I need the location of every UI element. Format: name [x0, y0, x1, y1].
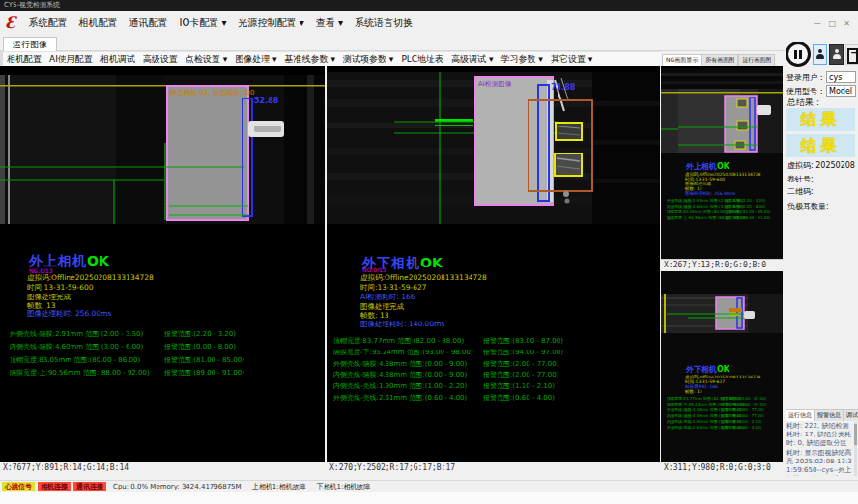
barcode-label: 虚拟码: 20250208 [787, 160, 855, 171]
toolbar-learning-params[interactable]: 学习参数 ▾ [498, 53, 547, 66]
toolbar-other-settings[interactable]: 其它设置 ▾ [547, 53, 596, 66]
tab-alarm-info[interactable]: 报警信息 [815, 409, 844, 421]
maximize-button[interactable]: □ [829, 19, 837, 28]
barcode-line: 虚拟码:Offline20250208133134728 [27, 273, 154, 283]
camera-name: 外下相机 [686, 364, 717, 374]
small-tab-ng-display[interactable]: NG画面显示 [662, 54, 701, 66]
pixel-coord-bar-middle: X:270;Y:2502;R:17;G:17;B:17 [327, 462, 660, 474]
measure-text: 隔膜宽度-下:95.24mm 范围:(93.00 - 98.00) [333, 349, 473, 356]
pause-button[interactable] [786, 42, 811, 67]
tab-run-image[interactable]: 运行图像 [3, 37, 57, 51]
menu-view[interactable]: 查看 ▾ [310, 16, 349, 30]
camera-status-ok: OK [717, 365, 729, 374]
tab-row: 运行图像 [0, 36, 858, 51]
camera-view-outer-upper[interactable]: 静态阈值:93, 动态阈值:100 52.88 外上相机OK NG:0/13 虚… [0, 66, 325, 462]
camera-image-outer-upper[interactable]: 静态阈值:93, 动态阈值:100 52.88 [0, 75, 325, 224]
alarm-range-text: 报警范围:(83.00 - 87.00) [483, 336, 563, 346]
measurement-row: 隔膜宽度-上:90.56mm 范围:(88.00 - 92.00)报警范围:(8… [667, 215, 783, 220]
user-icon [832, 49, 842, 59]
measurement-row: 内侧壳线-隔膜:4.60mm 范围:(3.00 - 6.00)报警范围:(0.0… [10, 342, 325, 351]
alarm-range-text: 报警范围:(2.00 - 77.00) [721, 407, 764, 412]
elapsed-line: 图像处理耗时: 140.00ms [360, 320, 444, 329]
tab-debug-info[interactable]: 调试信息 [844, 409, 858, 421]
menu-system-config[interactable]: 系统配置 [23, 16, 73, 30]
camera-status-ok: OK [87, 253, 109, 268]
lower-camera-fault-link[interactable]: 下相机1:相机故障 [316, 482, 370, 491]
ng-counter-text: NG:0/13 [362, 266, 386, 273]
toolbar-test-item-params[interactable]: 测试项参数 ▾ [339, 53, 397, 66]
camera-connection-badge: 相机连接 [38, 482, 71, 491]
toolbar-baseline-params[interactable]: 基准线参数 ▾ [281, 53, 339, 66]
pixel-coord-bar-small-top: X:267;Y:13;R:0;G:0;B:0 [661, 259, 783, 271]
toolbar-advanced-settings[interactable]: 高级设置 [139, 53, 182, 66]
measure-text: 内侧壳线-隔膜:4.60mm 范围:(3.00 - 6.00) [10, 343, 143, 350]
alarm-range-text: 报警范围:(1.10 - 2.10) [483, 381, 555, 391]
info-tabs: 运行信息 报警信息 调试信息 [786, 409, 858, 421]
elapsed-line: 图像处理耗时: 256.00ms [27, 309, 111, 319]
camera-result-title: 外下相机OK [686, 364, 729, 375]
pause-icon [799, 50, 802, 59]
threshold-overlay-text: 静态阈值:93, 动态阈值:100 [170, 88, 254, 98]
toolbar-advanced-debug[interactable]: 高级调试 ▾ [447, 53, 497, 66]
small-tab-all-views[interactable]: 所有画面图 [701, 54, 738, 66]
admin-user-button[interactable] [829, 44, 844, 65]
pixel-coord-bar-left: X:7677;Y:891;R:14;G:14;B:14 [0, 462, 325, 474]
menu-io-config[interactable]: IO卡配置 ▾ [174, 16, 233, 30]
measurement-row: 外侧壳线-壳线:2.61mm 范围:(0.60 - 4.00)报警范围:(0.6… [333, 393, 652, 403]
alarm-range-text: 报警范围:(2.20 - 3.20) [164, 329, 236, 339]
measurement-row: 隔膜宽度-上:90.56mm 范围:(88.00 - 92.00)报警范围:(8… [10, 368, 325, 378]
camera-view-outer-lower[interactable]: AI检测图像 73.88 外下相机OK NG:0/13 虚拟码:Offline2… [327, 66, 660, 462]
ai-detect-label: AI检测图像 [478, 79, 512, 89]
time-line: 时间:13-31-59-627 [360, 283, 427, 293]
alarm-range-text: 报警范围:(83.00 - 87.00) [721, 396, 766, 401]
login-user-field[interactable] [826, 71, 856, 83]
login-user-row: 登录用户： [786, 71, 856, 83]
measure-text: 隔膜宽度-上:90.56mm 范围:(88.00 - 92.00) [10, 369, 150, 377]
run-log-area[interactable]: 耗时: 222, 缺陷检测耗时: 17, 缺陷分类耗时: 0, 缺陷提取分区耗时… [786, 422, 852, 476]
tab-run-info[interactable]: 运行信息 [786, 409, 815, 421]
measurement-row: 顶帽宽度:83.77mm 范围:(82.00 - 88.00)报警范围:(83.… [333, 336, 652, 346]
logout-button[interactable] [845, 44, 858, 65]
camera-status-ok: OK [420, 255, 443, 270]
camera-image-outer-lower[interactable]: AI检测图像 73.88 [327, 72, 660, 224]
alarm-range-text: 报警范围:(0.00 - 8.00) [725, 204, 765, 209]
toolbar-ai-usage-config[interactable]: AI使用配置 [45, 53, 97, 66]
log-scrollbar[interactable] [854, 422, 857, 476]
window-title: CYS-视觉检测系统 [0, 0, 858, 11]
alarm-range-text: 报警范围:(2.00 - 77.00) [483, 359, 558, 369]
toolbar-plc-address-table[interactable]: PLC地址表 [397, 53, 447, 66]
menu-language-switch[interactable]: 系统语言切换 [349, 16, 418, 30]
measure-text: 内侧壳线-隔膜:4.38mm 范围:(0.00 - 9.00) [333, 371, 467, 378]
toolbar-camera-config[interactable]: 相机配置 [3, 53, 45, 66]
ai-elapsed-line: AI检测耗时: 166 [360, 293, 415, 302]
model-field[interactable] [826, 85, 856, 97]
small-tab-run-views[interactable]: 运行画面图 [738, 54, 775, 66]
upper-camera-fault-link[interactable]: 上相机1:相机故障 [252, 482, 306, 491]
model-label: 使用型号： [786, 86, 825, 97]
menu-comm-config[interactable]: 通讯配置 [124, 16, 174, 30]
result-box-upper: 结果 [786, 108, 855, 131]
measurement-row: 内侧壳线-隔膜:4.60mm 范围:(3.00 - 6.00)报警范围:(0.0… [667, 204, 783, 209]
operator-user-button[interactable] [813, 44, 827, 65]
winding-pin-label: 卷针号: [787, 174, 814, 184]
small-view-ng-lower[interactable]: 外下相机OK 虚拟码:Offline20250208133134728 时间:1… [661, 271, 783, 462]
window-controls: — □ ✕ [814, 19, 858, 28]
measurement-row: 外侧壳线-隔膜:4.38mm 范围:(0.00 - 9.00)报警范围:(2.0… [667, 407, 783, 412]
measurement-row: 外侧壳线-隔膜:2.91mm 范围:(2.00 - 3.50)报警范围:(2.2… [10, 329, 325, 339]
measurement-row: 顶帽宽度:83.77mm 范围:(82.00 - 88.00)报警范围:(83.… [667, 396, 783, 401]
control-buttons [786, 42, 858, 67]
alarm-range-text: 报警范围:(94.00 - 97.00) [483, 348, 563, 357]
toolbar-image-processing[interactable]: 图像处理 ▾ [231, 53, 280, 66]
small-view-ng-upper[interactable]: 外上相机OK 虚拟码:Offline20250208133134728 时间:1… [661, 66, 783, 259]
menu-light-config[interactable]: 光源控制配置 ▾ [233, 16, 310, 30]
toolbar-camera-debug[interactable]: 相机调试 [97, 53, 139, 66]
anode-tab-count-label: 负极耳数量: [787, 201, 829, 211]
minimize-button[interactable]: — [814, 19, 821, 28]
toolbar: 相机配置 AI使用配置 相机调试 高级设置 点检设置 ▾ 图像处理 ▾ 基准线参… [0, 51, 661, 66]
toolbar-spot-check[interactable]: 点检设置 ▾ [182, 53, 231, 66]
measurement-row: 外侧壳线-隔膜:4.38mm 范围:(0.00 - 9.00)报警范围:(2.0… [333, 359, 652, 369]
cpu-memory-text: Cpu: 0.0% Memory: 3424.41796875M [113, 483, 242, 490]
close-button[interactable]: ✕ [844, 19, 850, 28]
menu-camera-config[interactable]: 相机配置 [73, 16, 124, 30]
measure-text: 内侧壳线-壳线:1.90mm 范围:(1.00 - 2.20) [333, 382, 467, 390]
